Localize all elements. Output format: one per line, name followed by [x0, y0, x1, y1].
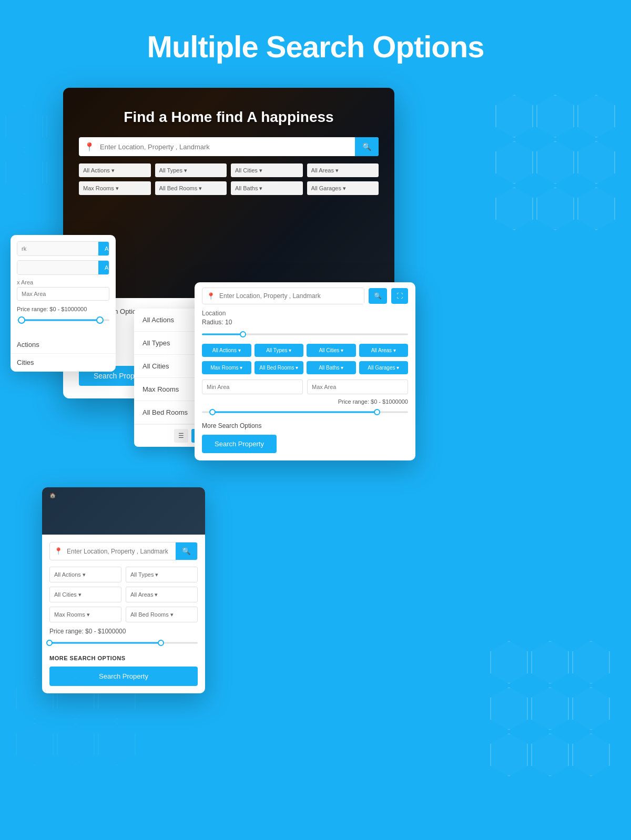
middle-search-btn[interactable]: Search Property	[202, 435, 277, 453]
m-cities-select[interactable]: All Cities ▾	[307, 344, 356, 357]
hero-search-input[interactable]	[100, 138, 355, 156]
b-beds-select[interactable]: All Bed Rooms ▾	[126, 607, 198, 622]
middle-more-opts-label: More Search Options	[202, 422, 408, 429]
middle-max-area[interactable]	[307, 380, 408, 394]
location-icon: 📍	[79, 142, 100, 152]
hex-decoration-br	[490, 641, 610, 776]
bottom-search-bar[interactable]: 📍 🔍	[49, 542, 198, 560]
b-cities-select[interactable]: All Cities ▾	[49, 587, 121, 602]
middle-search-bar[interactable]: 📍	[202, 288, 364, 304]
middle-search-btn[interactable]: 🔍	[369, 288, 387, 304]
left-actions-row: Actions	[11, 336, 116, 354]
middle-price-label: Price range: $0 - $1000000	[202, 398, 408, 405]
b-rooms-select[interactable]: Max Rooms ▾	[49, 607, 121, 622]
hero-filter-row2: Max Rooms ▾ All Bed Rooms ▾ All Baths ▾ …	[79, 181, 379, 195]
hero-search-bar[interactable]: 📍 🔍	[79, 137, 379, 156]
bottom-price-slider[interactable]	[49, 638, 198, 648]
actions-select[interactable]: All Actions ▾	[79, 163, 151, 177]
middle-location-label: Location	[202, 310, 408, 317]
left-all-baths-btn[interactable]: All Baths	[98, 261, 109, 274]
middle-price-slider[interactable]	[202, 407, 408, 417]
left-card-row1: All Cities	[17, 241, 109, 256]
bottom-search-button[interactable]: 🔍	[176, 542, 197, 560]
garages-select[interactable]: All Garages ▾	[307, 181, 379, 195]
card-middle: 📍 🔍 ⛶ Location Radius: 10 All Actions ▾ …	[195, 282, 415, 460]
card-bottom-image: 🏠	[42, 487, 205, 535]
b-areas-select[interactable]: All Areas ▾	[126, 587, 198, 602]
screenshots-area: Find a Home find A happiness 📍 🔍 All Act…	[0, 88, 631, 808]
card-bottom-form: 📍 🔍 All Actions ▾ All Types ▾ All Cities…	[42, 535, 205, 693]
m-rooms-select[interactable]: Max Rooms ▾	[202, 361, 251, 374]
middle-filter-row1: All Actions ▾ All Types ▾ All Cities ▾ A…	[202, 344, 408, 357]
middle-radius-label: Radius: 10	[202, 319, 408, 326]
hero-search-button[interactable]: 🔍	[355, 137, 379, 156]
bottom-price-label: Price range: $0 - $1000000	[49, 628, 198, 635]
middle-radius-slider[interactable]	[202, 330, 408, 339]
left-cities-row: Cities	[11, 354, 116, 372]
m-types-select[interactable]: All Types ▾	[255, 344, 304, 357]
middle-min-area[interactable]	[202, 380, 303, 394]
middle-expand-btn[interactable]: ⛶	[391, 288, 408, 304]
baths-select[interactable]: All Baths ▾	[231, 181, 303, 195]
list-view-btn[interactable]: ☰	[174, 429, 188, 443]
m-areas-select[interactable]: All Areas ▾	[359, 344, 409, 357]
m-beds-select[interactable]: All Bed Rooms ▾	[255, 361, 304, 374]
b-types-select[interactable]: All Types ▾	[126, 567, 198, 582]
types-select[interactable]: All Types ▾	[155, 163, 227, 177]
left-price-range-label: Price range: $0 - $1000000	[17, 306, 109, 312]
bottom-search-input[interactable]	[67, 543, 176, 560]
rooms-select[interactable]: Max Rooms ▾	[79, 181, 151, 195]
m-baths-select[interactable]: All Baths ▾	[307, 361, 356, 374]
card-middle-body: Location Radius: 10 All Actions ▾ All Ty…	[195, 310, 415, 460]
hero-filter-row1: All Actions ▾ All Types ▾ All Cities ▾ A…	[79, 163, 379, 177]
card-left-partial: All Cities All Baths x Area Price range:…	[11, 235, 116, 372]
left-search-input[interactable]	[17, 242, 98, 255]
bottom-location-icon: 📍	[50, 547, 67, 555]
left-price-range-slider[interactable]	[17, 315, 109, 325]
page-title: Multiple Search Options	[0, 0, 631, 88]
card-middle-header: 📍 🔍 ⛶	[195, 282, 415, 310]
areas-select[interactable]: All Areas ▾	[307, 163, 379, 177]
card-bottom: 🏠 📍 🔍 All Actions ▾ All Types ▾ All Citi…	[42, 487, 205, 693]
b-actions-select[interactable]: All Actions ▾	[49, 567, 121, 582]
left-all-cities-btn[interactable]: All Cities	[98, 242, 109, 255]
m-garages-select[interactable]: All Garages ▾	[359, 361, 409, 374]
left-area-label: x Area	[17, 279, 109, 285]
middle-filter-row2: Max Rooms ▾ All Bed Rooms ▾ All Baths ▾ …	[202, 361, 408, 374]
middle-location-icon: 📍	[202, 292, 219, 300]
left-area-input[interactable]	[17, 287, 109, 301]
hex-decoration-bl	[16, 677, 136, 766]
middle-search-input[interactable]	[219, 288, 364, 304]
m-actions-select[interactable]: All Actions ▾	[202, 344, 251, 357]
cities-select[interactable]: All Cities ▾	[231, 163, 303, 177]
left-search-input2[interactable]	[17, 261, 98, 274]
bedrooms-select[interactable]: All Bed Rooms ▾	[155, 181, 227, 195]
bottom-selects-grid: All Actions ▾ All Types ▾ All Cities ▾ A…	[49, 567, 198, 622]
bottom-more-label: MORE SEARCH OPTIONS	[49, 655, 198, 661]
left-card-row2: All Baths	[17, 260, 109, 275]
hero-title: Find a Home find A happiness	[79, 109, 379, 126]
middle-area-row	[202, 380, 408, 394]
